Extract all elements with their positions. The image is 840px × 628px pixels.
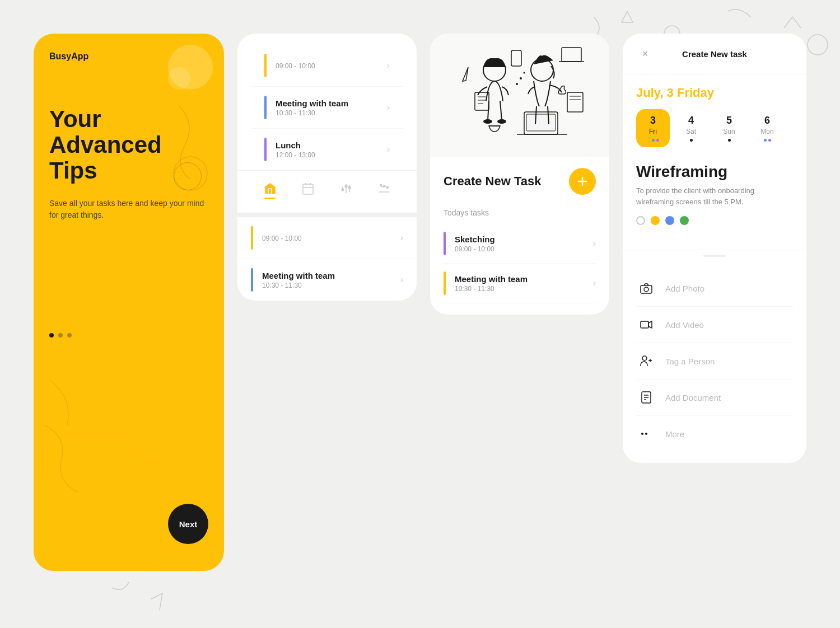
- task-item-0[interactable]: Sketching 09:00 - 10:00 ›: [444, 224, 596, 264]
- panel-onboarding: BusyApp Your Advanced Tips Save all your…: [34, 34, 224, 571]
- sheet-handle: [703, 255, 726, 257]
- cal-day-num: 4: [688, 115, 694, 126]
- svg-rect-34: [641, 321, 648, 328]
- todays-tasks-label: Todays tasks: [444, 208, 596, 217]
- detail-header-title: Create New task: [682, 49, 747, 59]
- schedule-time: 12:00 - 13:00: [276, 151, 387, 159]
- action-add-document[interactable]: Add Document: [636, 379, 793, 416]
- cal-dot: [656, 139, 659, 142]
- panel-task-detail: × Create New task July, 3 Friday 3 Fri: [623, 34, 806, 463]
- panel-create-task: Create New Task Todays tasks Sketching 0…: [430, 34, 609, 315]
- nav-chart[interactable]: [373, 180, 395, 201]
- schedule-item-2[interactable]: Lunch 12:00 - 13:00 ›: [251, 129, 403, 170]
- next-button[interactable]: Next: [168, 504, 208, 544]
- color-option-green[interactable]: [680, 216, 689, 225]
- chevron-right-icon: ›: [593, 278, 596, 288]
- schedule-item-0[interactable]: 09:00 - 10:00 ›: [251, 45, 403, 87]
- date-heading: July, 3 Friday: [636, 86, 793, 100]
- svg-point-29: [516, 83, 518, 85]
- color-option-blue[interactable]: [665, 216, 674, 225]
- schedule-time: 09:00 - 10:00: [262, 235, 400, 242]
- task-title: Meeting with team: [455, 274, 593, 284]
- pagination-dots: [49, 333, 208, 338]
- svg-rect-20: [526, 114, 556, 131]
- person-add-icon: [636, 351, 656, 371]
- svg-rect-4: [303, 184, 313, 194]
- schedule-info: Meeting with team 10:30 - 11:30: [276, 99, 387, 117]
- close-button[interactable]: ×: [636, 45, 654, 63]
- sheet-handle-area: [623, 250, 806, 270]
- schedule-item-3[interactable]: 09:00 - 10:00 ›: [237, 217, 417, 259]
- cal-day-name: Mon: [760, 128, 773, 135]
- schedule-item-1[interactable]: Meeting with team 10:30 - 11:30 ›: [251, 87, 403, 129]
- document-icon: [636, 387, 656, 407]
- calendar-strip: 3 Fri 4 Sat: [636, 109, 793, 147]
- task-info: Meeting with team 10:30 - 11:30: [455, 274, 593, 293]
- deco-circle-small: [168, 67, 190, 90]
- schedule-info: Meeting with team 10:30 - 11:30: [262, 271, 400, 289]
- action-more[interactable]: More: [636, 416, 793, 452]
- action-label: Tag a Person: [665, 357, 715, 366]
- nav-home[interactable]: [259, 180, 281, 201]
- schedule-info: 09:00 - 10:00: [262, 233, 400, 242]
- svg-point-33: [644, 287, 648, 292]
- action-add-photo[interactable]: Add Photo: [636, 270, 793, 307]
- color-option-yellow[interactable]: [651, 216, 660, 225]
- svg-point-35: [642, 356, 647, 360]
- task-time: 09:00 - 10:00: [455, 245, 593, 253]
- create-task-row: Create New Task: [444, 168, 596, 195]
- schedule-bar: [264, 96, 267, 119]
- action-list: Add Photo Add Video: [623, 270, 806, 463]
- action-add-video[interactable]: Add Video: [636, 307, 793, 343]
- cal-day-num: 3: [650, 115, 656, 126]
- cal-day-name: Fri: [649, 128, 657, 135]
- cal-dots: [764, 139, 771, 142]
- schedule-item-4[interactable]: Meeting with team 10:30 - 11:30 ›: [237, 259, 417, 301]
- svg-point-6: [342, 189, 344, 191]
- svg-rect-23: [562, 48, 581, 62]
- chevron-right-icon: ›: [387, 144, 390, 154]
- bottom-navigation: [237, 170, 417, 213]
- dot-3: [67, 333, 72, 338]
- cal-day-5[interactable]: 5 Sun: [712, 109, 746, 147]
- schedule-time-only: 09:00 - 10:00: [276, 62, 387, 70]
- dot-2: [58, 333, 63, 338]
- action-label: More: [665, 429, 684, 439]
- schedule-bar: [264, 54, 267, 77]
- onboarding-subtitle: Save all your tasks here and keep your m…: [49, 198, 208, 221]
- cal-day-3[interactable]: 3 Fri: [636, 109, 670, 147]
- task-item-1[interactable]: Meeting with team 10:30 - 11:30 ›: [444, 264, 596, 303]
- svg-point-5: [345, 185, 347, 188]
- svg-point-16: [483, 119, 492, 124]
- cal-day-4[interactable]: 4 Sat: [674, 109, 708, 147]
- cal-dot: [764, 139, 767, 142]
- chevron-right-icon: ›: [593, 238, 596, 249]
- schedule-time: 10:30 - 11:30: [262, 282, 400, 289]
- svg-point-8: [387, 187, 389, 189]
- task-detail-desc: To provide the client with onboarding wi…: [636, 185, 793, 207]
- cal-day-7[interactable]: 7 Tue: [788, 109, 793, 147]
- task-info: Sketching 09:00 - 10:00: [455, 235, 593, 253]
- cal-dot: [690, 139, 693, 142]
- nav-calendar[interactable]: [297, 180, 319, 201]
- color-option-outlined[interactable]: [636, 216, 645, 225]
- cal-dot: [647, 139, 650, 142]
- nav-filter[interactable]: [335, 180, 357, 201]
- action-tag-person[interactable]: Tag a Person: [636, 343, 793, 379]
- action-label: Add Document: [665, 393, 721, 402]
- svg-point-41: [645, 433, 647, 435]
- add-task-button[interactable]: [569, 168, 596, 195]
- create-illustration: [430, 34, 609, 157]
- color-picker: [636, 216, 793, 225]
- chevron-right-icon: ›: [400, 233, 403, 243]
- cal-day-6[interactable]: 6 Mon: [750, 109, 784, 147]
- cal-dot: [728, 139, 731, 142]
- cal-day-name: Sun: [723, 128, 735, 135]
- svg-point-7: [348, 186, 351, 189]
- svg-point-10: [380, 185, 382, 186]
- schedule-title: Meeting with team: [276, 99, 387, 108]
- schedule-info: Lunch 12:00 - 13:00: [276, 140, 387, 159]
- cal-dot: [768, 139, 771, 142]
- action-label: Add Photo: [665, 284, 704, 293]
- schedule-section-2: 09:00 - 10:00 › Meeting with team 10:30 …: [237, 213, 417, 301]
